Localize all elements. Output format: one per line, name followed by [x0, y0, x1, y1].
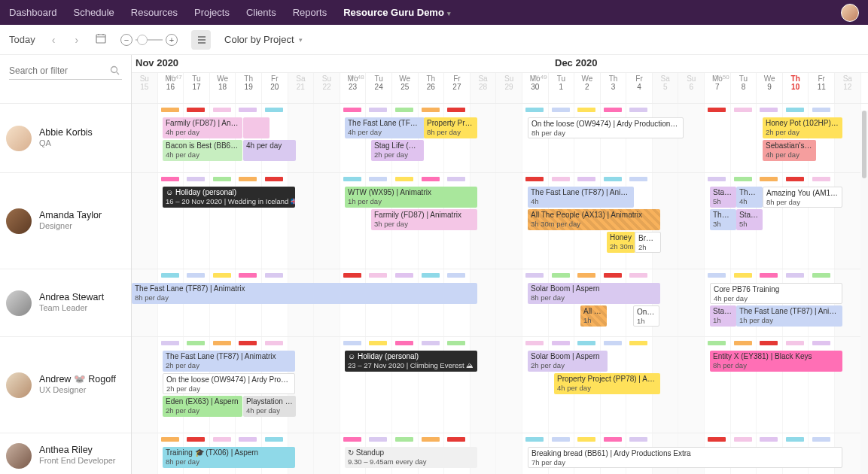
day-header[interactable]: Tu1 [549, 73, 575, 103]
resource-row[interactable]: Anthea RileyFront End Developer [0, 433, 131, 474]
booking-bar[interactable]: On the loose (OW9474) | Ardy Productions… [163, 373, 295, 394]
booking-bar[interactable]: Sebastian's proj4h per day [763, 140, 816, 161]
day-header[interactable]: Th26 [419, 73, 445, 103]
booking-bar[interactable]: The Fast Lane (TF87) | Animatrix4h [528, 187, 634, 208]
day-header[interactable]: Su6 [678, 73, 705, 103]
day-header[interactable]: We18 [210, 73, 236, 103]
day-header[interactable]: We2 [574, 73, 601, 103]
color-by-dropdown[interactable]: Color by Project ▾ [224, 34, 302, 45]
day-header[interactable]: Fr27 [444, 73, 471, 103]
resource-row[interactable]: Amanda TaylorDesigner [0, 172, 131, 269]
resource-row[interactable]: Abbie KorbisQA [0, 103, 131, 172]
booking-bar[interactable] [243, 117, 270, 138]
booking-bar[interactable]: WTW (WX95) | Animatrix1h per day [345, 187, 477, 208]
nav-projects[interactable]: Projects [194, 7, 230, 18]
nav-dashboard[interactable]: Dashboard [9, 7, 57, 18]
vertical-scrollbar[interactable] [860, 111, 868, 474]
booking-bar[interactable]: Core PB76 Training4h per day [710, 283, 842, 304]
day-header[interactable]: Su15 [132, 73, 158, 103]
booking-bar[interactable]: On the loose (OW9474) | Ardy Productions… [528, 117, 684, 138]
nav-reports[interactable]: Reports [293, 7, 327, 18]
day-header[interactable]: Th3 [601, 73, 627, 103]
booking-bar[interactable]: Solar Boom | Aspern8h per day [528, 283, 660, 304]
booking-bar[interactable]: The Faş4h [736, 187, 763, 208]
day-header[interactable]: Sa21 [288, 73, 315, 103]
booking-bar[interactable]: Honey Pot (102HP) | Bee2h per day [763, 117, 842, 138]
booking-bar[interactable]: ↻ Standup9.30 – 9.45am every day [345, 447, 477, 468]
booking-bar[interactable]: Bacon is Best (BB62) | Ar4h per day [163, 140, 242, 161]
booking-bar[interactable]: Breakiı2h [635, 232, 661, 253]
day-header[interactable]: Su22 [314, 73, 340, 103]
booking-bar[interactable]: All The People (AX13) | Animatrix3h 30m … [528, 209, 660, 230]
booking-bar[interactable]: Honey2h 30m [607, 232, 635, 253]
booking-bar[interactable]: Farmily (FD87) | Animatrix3h per day [371, 209, 477, 230]
day-header[interactable]: Tu24 [366, 73, 392, 103]
booking-bar[interactable]: Breaking bread (BB61) | Ardy Productions… [528, 447, 842, 468]
booking-subtitle: 4h per day [166, 150, 199, 159]
day-header[interactable]: We9 [757, 73, 783, 103]
zoom-out-button[interactable]: − [120, 34, 132, 46]
day-header[interactable]: Th19 [236, 73, 262, 103]
booking-bar[interactable]: 4h per day [243, 140, 296, 161]
day-header[interactable]: Tu17 [184, 73, 210, 103]
day-header[interactable]: Th10 [783, 73, 809, 103]
day-header[interactable]: Fr20 [262, 73, 288, 103]
zoom-slider[interactable] [136, 39, 163, 41]
nav-clients[interactable]: Clients [246, 7, 276, 18]
zoom-in-button[interactable]: + [166, 34, 178, 46]
booking-title: On the loose (OW9474) | Ardy Productions… [531, 120, 680, 129]
booking-bar[interactable]: Stag Lif5h [710, 187, 736, 208]
booking-bar[interactable]: Entity X (EY381) | Black Keys8h per day [710, 351, 842, 372]
next-arrow-icon[interactable]: › [72, 34, 81, 46]
day-header[interactable]: Tu8 [731, 73, 757, 103]
booking-bar[interactable]: Stag Lif5h [736, 209, 763, 230]
resource-avatar [6, 290, 32, 316]
day-header[interactable]: Fr11 [809, 73, 835, 103]
booking-bar[interactable]: The Faş3h [710, 209, 736, 230]
booking-bar[interactable]: Training 🎓 (TX06) | Aspern8h per day [163, 447, 295, 468]
calendar-icon[interactable] [95, 32, 107, 47]
booking-subtitle: 2h 30m [610, 242, 634, 251]
list-view-toggle[interactable] [191, 30, 211, 50]
toolbar: Today ‹ › − + Color by Project ▾ [0, 25, 868, 55]
day-header[interactable]: Su29 [496, 73, 522, 103]
day-header[interactable]: Fr4 [626, 73, 653, 103]
nav-resources[interactable]: Resources [131, 7, 178, 18]
booking-subtitle: 8h per day [766, 198, 800, 206]
nav-schedule[interactable]: Schedule [74, 7, 114, 18]
resource-row[interactable]: Andrew 🐭 RogoffUX Designer [0, 336, 131, 433]
schedule-row: The Fast Lane (TF87) | Animatrix8h per d… [132, 269, 868, 336]
nav-brand[interactable]: Resource Guru Demo ▾ [343, 7, 450, 18]
resource-name: Andrea Stewart [39, 292, 104, 304]
booking-bar[interactable]: Farmily (FD87) | Animatrix4h per day [163, 117, 242, 138]
day-header[interactable]: We25 [392, 73, 419, 103]
booking-bar[interactable]: The Fast Lane (TF87) | Animatrix2h per d… [163, 351, 295, 372]
prev-arrow-icon[interactable]: ‹ [49, 34, 59, 46]
resource-row[interactable]: Andrea StewartTeam Leader [0, 269, 131, 336]
booking-bar[interactable]: All The1h [580, 305, 607, 327]
booking-bar[interactable]: Amazing You (AM12) | Aı8h per day [763, 187, 842, 208]
booking-bar[interactable]: Stag Life (SL13)2h per day [371, 140, 424, 161]
booking-bar[interactable]: The Fast Lane (TF87) | Animatrix1h per d… [736, 305, 842, 327]
booking-bar[interactable]: The Fast Lane (TF87) | Animatrix8h per d… [132, 283, 477, 304]
booking-bar[interactable]: ☺ Holiday (personal)23 – 27 Nov 2020 | C… [345, 351, 477, 372]
booking-bar[interactable]: On the1h [633, 305, 659, 327]
today-button[interactable]: Today [9, 34, 35, 45]
booking-bar[interactable]: Property Projec8h per day [424, 117, 477, 138]
day-header[interactable]: Sa12 [835, 73, 861, 103]
booking-bar[interactable]: ☺ Holiday (personal)16 – 20 Nov 2020 | W… [163, 187, 295, 208]
booking-bar[interactable]: The Fast Lane (TF87) | Aı4h per day [345, 117, 425, 138]
day-header[interactable]: Sa28 [471, 73, 497, 103]
booking-bar[interactable]: Property Project (PP78) | Aardvar4h per … [554, 373, 660, 394]
user-avatar[interactable] [841, 4, 859, 22]
booking-bar[interactable]: Eden (EX63) | Aspern2h per day [163, 396, 242, 417]
booking-bar[interactable]: Solar Boom | Aspern2h per day [528, 351, 608, 372]
search-input[interactable] [9, 62, 122, 80]
booking-subtitle: 4h per day [714, 294, 748, 302]
booking-bar[interactable]: Stag Lif1h [710, 305, 736, 327]
booking-bar[interactable]: Playstation Ever4h per day [243, 396, 296, 417]
top-nav: Dashboard Schedule Resources Projects Cl… [0, 0, 868, 25]
booking-title: ☺ Holiday (personal) [348, 352, 474, 361]
day-header[interactable]: Sa5 [653, 73, 679, 103]
booking-title: Farmily (FD87) | Animatrix [166, 119, 239, 128]
